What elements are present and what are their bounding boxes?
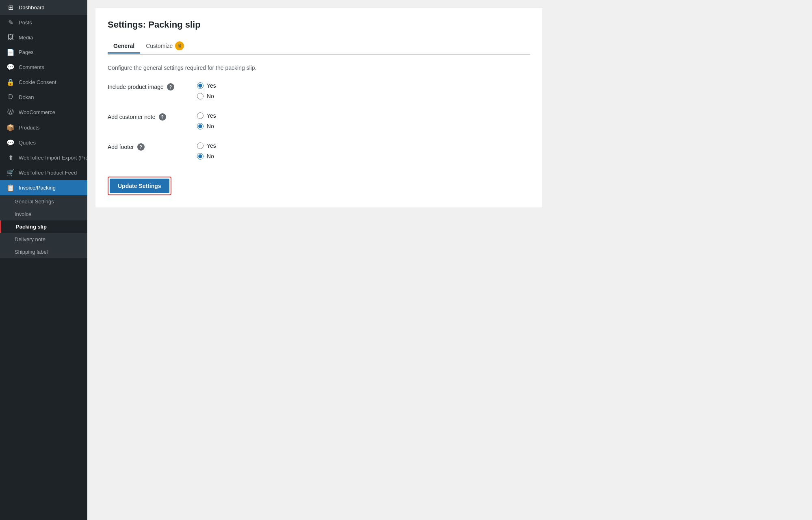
settings-panel: Settings: Packing slip GeneralCustomize♛… <box>95 8 542 207</box>
tabs: GeneralCustomize♛ <box>108 38 530 55</box>
invoice-packing-icon: 📋 <box>6 184 15 192</box>
help-icon-add-customer-note[interactable]: ? <box>159 113 166 121</box>
settings-description: Configure the general settings required … <box>108 65 530 71</box>
sidebar-item-webtoffee-import-export[interactable]: ⬆WebToffee Import Export (Pro) <box>0 150 87 165</box>
radio-option-include-product-image-yes[interactable]: Yes <box>197 82 216 89</box>
sidebar-item-label: Quotes <box>19 140 36 146</box>
sidebar-item-comments[interactable]: 💬Comments <box>0 60 87 75</box>
sidebar-item-label: Posts <box>19 19 32 26</box>
sidebar-item-label: Dokan <box>19 94 34 100</box>
webtoffee-import-export-icon: ⬆ <box>6 154 15 162</box>
settings-row-add-footer: Add footer?YesNo <box>108 142 530 160</box>
radio-option-include-product-image-no[interactable]: No <box>197 93 216 99</box>
update-button-wrapper: Update Settings <box>108 177 171 195</box>
pages-icon: 📄 <box>6 48 15 56</box>
settings-row-add-customer-note: Add customer note?YesNo <box>108 112 530 129</box>
sidebar-item-label: Products <box>19 125 39 131</box>
radio-option-add-customer-note-no[interactable]: No <box>197 123 216 129</box>
label-text-include-product-image: Include product image <box>108 84 164 90</box>
main-content: Settings: Packing slip GeneralCustomize♛… <box>87 0 812 520</box>
dokan-icon: D <box>6 93 15 101</box>
radio-label-add-customer-note-yes: Yes <box>207 112 216 119</box>
help-icon-include-product-image[interactable]: ? <box>167 83 174 91</box>
cookie-consent-icon: 🔒 <box>6 78 15 86</box>
sidebar-item-label: Invoice/Packing <box>19 185 56 191</box>
sidebar-item-posts[interactable]: ✎Posts <box>0 15 87 30</box>
radio-label-add-customer-note-no: No <box>207 123 214 129</box>
radio-group-add-footer: YesNo <box>197 142 216 160</box>
sidebar-item-label: Cookie Consent <box>19 79 56 85</box>
radio-label-include-product-image-yes: Yes <box>207 82 216 89</box>
radio-input-add-customer-note-yes[interactable] <box>197 112 204 119</box>
sidebar-item-media[interactable]: 🖼Media <box>0 30 87 45</box>
dashboard-icon: ⊞ <box>6 4 15 11</box>
label-text-add-customer-note: Add customer note <box>108 114 156 120</box>
media-icon: 🖼 <box>6 34 15 41</box>
sidebar-item-pages[interactable]: 📄Pages <box>0 45 87 60</box>
radio-label-add-footer-yes: Yes <box>207 142 216 149</box>
sidebar-item-label: Pages <box>19 49 34 55</box>
tab-general[interactable]: General <box>108 39 140 54</box>
sidebar-item-products[interactable]: 📦Products <box>0 120 87 135</box>
settings-label-add-footer: Add footer? <box>108 142 197 151</box>
sidebar-item-label: Comments <box>19 64 44 70</box>
posts-icon: ✎ <box>6 19 15 26</box>
radio-group-add-customer-note: YesNo <box>197 112 216 129</box>
sidebar-item-dokan[interactable]: DDokan <box>0 90 87 104</box>
radio-input-add-footer-yes[interactable] <box>197 142 204 149</box>
sidebar-item-cookie-consent[interactable]: 🔒Cookie Consent <box>0 75 87 90</box>
sidebar-item-dashboard[interactable]: ⊞Dashboard <box>0 0 87 15</box>
sidebar-item-woocommerce[interactable]: ⓌWooCommerce <box>0 104 87 120</box>
webtoffee-product-feed-icon: 🛒 <box>6 169 15 177</box>
radio-input-add-customer-note-no[interactable] <box>197 123 204 129</box>
sidebar-item-label: WebToffee Product Feed <box>19 170 77 176</box>
radio-option-add-footer-no[interactable]: No <box>197 153 216 160</box>
sidebar-item-label: Dashboard <box>19 4 45 11</box>
settings-rows: Include product image?YesNoAdd customer … <box>108 82 530 160</box>
submenu: General SettingsInvoicePacking slipDeliv… <box>0 195 87 258</box>
submenu-item-delivery-note[interactable]: Delivery note <box>0 233 87 246</box>
tab-customize[interactable]: Customize♛ <box>140 38 190 55</box>
radio-option-add-footer-yes[interactable]: Yes <box>197 142 216 149</box>
sidebar-item-label: WebToffee Import Export (Pro) <box>19 155 87 161</box>
settings-label-include-product-image: Include product image? <box>108 82 197 91</box>
settings-label-add-customer-note: Add customer note? <box>108 112 197 121</box>
sidebar-item-quotes[interactable]: 💬Quotes <box>0 135 87 150</box>
sidebar: ⊞Dashboard✎Posts🖼Media📄Pages💬Comments🔒Co… <box>0 0 87 520</box>
radio-input-include-product-image-no[interactable] <box>197 93 204 99</box>
woocommerce-icon: Ⓦ <box>6 108 15 117</box>
crown-icon: ♛ <box>175 41 184 50</box>
submenu-item-general-settings[interactable]: General Settings <box>0 195 87 208</box>
help-icon-add-footer[interactable]: ? <box>137 143 145 151</box>
page-title: Settings: Packing slip <box>108 19 530 30</box>
sidebar-item-webtoffee-product-feed[interactable]: 🛒WebToffee Product Feed <box>0 165 87 180</box>
radio-label-add-footer-no: No <box>207 153 214 160</box>
tab-label-general: General <box>113 43 134 49</box>
sidebar-item-label: Media <box>19 35 33 41</box>
radio-input-add-footer-no[interactable] <box>197 153 204 160</box>
radio-label-include-product-image-no: No <box>207 93 214 99</box>
radio-input-include-product-image-yes[interactable] <box>197 82 204 89</box>
submenu-item-shipping-label[interactable]: Shipping label <box>0 246 87 258</box>
comments-icon: 💬 <box>6 63 15 71</box>
update-settings-button[interactable]: Update Settings <box>110 179 169 193</box>
tab-label-customize: Customize <box>146 43 173 49</box>
settings-row-include-product-image: Include product image?YesNo <box>108 82 530 99</box>
label-text-add-footer: Add footer <box>108 144 134 150</box>
submenu-item-invoice[interactable]: Invoice <box>0 208 87 220</box>
quotes-icon: 💬 <box>6 139 15 147</box>
products-icon: 📦 <box>6 124 15 132</box>
sidebar-item-invoice-packing[interactable]: 📋Invoice/Packing <box>0 180 87 195</box>
radio-option-add-customer-note-yes[interactable]: Yes <box>197 112 216 119</box>
sidebar-item-label: WooCommerce <box>19 109 55 115</box>
submenu-item-packing-slip[interactable]: Packing slip <box>0 220 87 233</box>
radio-group-include-product-image: YesNo <box>197 82 216 99</box>
